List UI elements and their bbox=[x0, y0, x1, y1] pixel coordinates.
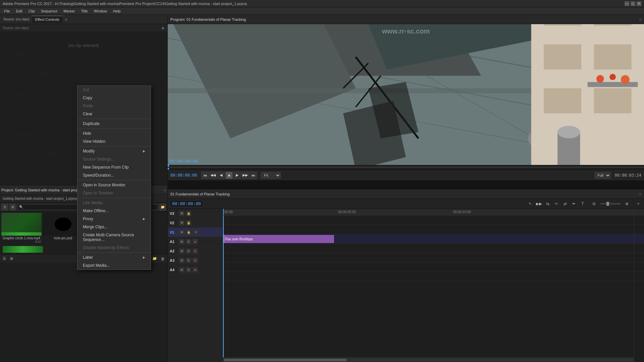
track-a1-solo-btn[interactable]: S bbox=[186, 239, 191, 244]
go-to-out-btn[interactable]: ⏭ bbox=[250, 172, 257, 179]
ctx-duplicate[interactable]: Duplicate bbox=[77, 120, 151, 128]
track-a2-solo-btn[interactable]: S bbox=[186, 248, 191, 254]
menu-marker[interactable]: Marker bbox=[61, 8, 77, 14]
timeline-tab-menu[interactable]: ≡ bbox=[639, 192, 641, 196]
ctx-hide[interactable]: Hide bbox=[77, 129, 151, 137]
ctx-cut[interactable]: Cut bbox=[77, 86, 151, 94]
program-timeline-slider[interactable] bbox=[168, 165, 644, 170]
menu-window[interactable]: Window bbox=[91, 8, 110, 14]
menu-edit[interactable]: Edit bbox=[13, 8, 25, 14]
ctx-open-timeline[interactable]: Open in Timeline bbox=[77, 189, 151, 197]
track-v3-visibility-btn[interactable]: 👁 bbox=[179, 211, 184, 216]
ctx-clear[interactable]: Clear bbox=[77, 110, 151, 118]
ctx-link-media[interactable]: Link Media... bbox=[77, 199, 151, 207]
track-a1-content[interactable] bbox=[223, 244, 634, 253]
track-a3-content[interactable] bbox=[223, 262, 634, 272]
menu-help[interactable]: Help bbox=[110, 8, 123, 14]
project-icon-view-btn[interactable]: ⊞ bbox=[9, 204, 16, 210]
track-v1-sync-btn[interactable]: S bbox=[193, 230, 199, 235]
clip-start-handle[interactable] bbox=[223, 235, 224, 243]
add-track-btn[interactable]: + bbox=[635, 200, 642, 207]
tab-effect-controls[interactable]: Effect Controls bbox=[32, 16, 63, 23]
close-button[interactable]: ✕ bbox=[637, 1, 641, 6]
track-v2-content[interactable] bbox=[223, 225, 634, 234]
ctx-modify[interactable]: Modify ▶ bbox=[77, 147, 151, 155]
menu-file[interactable]: File bbox=[1, 8, 13, 14]
ctx-source-settings[interactable]: Source Settings... bbox=[77, 155, 151, 163]
track-a1-mute-btn[interactable]: M bbox=[179, 239, 184, 244]
ctx-open-source-monitor[interactable]: Open in Source Monitor bbox=[77, 181, 151, 189]
stop-btn[interactable]: ■ bbox=[225, 172, 233, 179]
track-a1-record-btn[interactable]: ● bbox=[193, 239, 198, 244]
type-tool-btn[interactable]: T bbox=[579, 200, 586, 207]
zoom-in-btn[interactable]: ⊕ bbox=[623, 200, 631, 207]
tab-menu-icon[interactable]: ≡ bbox=[63, 16, 69, 23]
track-a2-content[interactable] bbox=[223, 253, 634, 262]
clip-graphic-circle[interactable]: Graphic circle 1.mov.mp4 8:22 bbox=[1, 213, 42, 243]
project-list-view-btn[interactable]: ☰ bbox=[1, 204, 8, 210]
play-back-btn[interactable]: ◀ bbox=[217, 172, 225, 179]
track-a2-mute-btn[interactable]: M bbox=[179, 248, 184, 254]
ctx-paste[interactable]: Paste bbox=[77, 102, 151, 110]
menu-clip[interactable]: Clip bbox=[26, 8, 38, 14]
program-tab-menu[interactable]: ≡ bbox=[639, 17, 641, 21]
track-v1-visibility-btn[interactable]: 👁 bbox=[179, 230, 184, 235]
track-a2-record-btn[interactable]: ● bbox=[193, 248, 198, 254]
project-tab-label[interactable]: Project: Getting Started with mocha - st… bbox=[1, 188, 87, 192]
tab-source[interactable]: Source: (no clips) bbox=[1, 16, 32, 22]
track-v3-lock-btn[interactable]: 🔒 bbox=[186, 211, 191, 216]
pen-tool-btn[interactable]: ✒ bbox=[570, 200, 578, 207]
project-icon-view-btn2[interactable]: ⊞ bbox=[9, 256, 14, 261]
track-v1-content[interactable]: Pan over Rooftops bbox=[223, 234, 634, 244]
timeline-scrollbar[interactable] bbox=[223, 357, 634, 362]
step-fwd-btn[interactable]: ▶▶ bbox=[241, 172, 249, 179]
menu-sequence[interactable]: Sequence bbox=[38, 8, 60, 14]
track-v3-content[interactable] bbox=[223, 216, 634, 225]
zoom-out-btn[interactable]: ⊖ bbox=[590, 200, 598, 207]
track-a3-solo-btn[interactable]: S bbox=[186, 258, 191, 263]
quality-select[interactable]: Full 1/2 1/4 bbox=[595, 172, 611, 179]
maximize-button[interactable]: □ bbox=[631, 1, 635, 6]
step-back-btn[interactable]: ◀◀ bbox=[209, 172, 217, 179]
play-btn[interactable]: ▶ bbox=[233, 172, 241, 179]
project-list-view-btn2[interactable]: ☰ bbox=[1, 256, 7, 261]
ctx-new-sequence[interactable]: New Sequence From Clip bbox=[77, 163, 151, 171]
track-v2-lock-btn[interactable]: 🔒 bbox=[186, 220, 191, 226]
menu-title[interactable]: Title bbox=[78, 8, 90, 14]
project-delete-btn[interactable]: 🗑 bbox=[160, 256, 166, 261]
ctx-speed-duration[interactable]: Speed/Duration... bbox=[77, 171, 151, 179]
minimize-button[interactable]: — bbox=[625, 1, 629, 6]
track-a3-record-btn[interactable]: ● bbox=[193, 258, 198, 263]
track-a4-content[interactable] bbox=[223, 272, 634, 281]
ctx-merge-clips[interactable]: Merge Clips... bbox=[77, 223, 151, 231]
razor-tool-btn[interactable]: ✂ bbox=[553, 200, 560, 207]
ctx-multicam[interactable]: Create Multi-Camera Source Sequence... bbox=[77, 231, 151, 244]
pan-over-rooftops-clip[interactable]: Pan over Rooftops bbox=[223, 235, 334, 243]
ripple-edit-btn[interactable]: ⇆ bbox=[544, 200, 551, 207]
track-v2-visibility-btn[interactable]: 👁 bbox=[179, 220, 184, 226]
track-a4-mute-btn[interactable]: M bbox=[179, 267, 184, 273]
ctx-proxy[interactable]: Proxy ▶ bbox=[77, 215, 151, 223]
track-a4-record-btn[interactable]: ● bbox=[193, 267, 198, 273]
track-a4-solo-btn[interactable]: S bbox=[186, 267, 191, 273]
track-select-btn[interactable]: ▶▶ bbox=[535, 200, 543, 207]
timeline-zoom-slider[interactable] bbox=[600, 203, 621, 204]
ctx-label[interactable]: Label ▶ bbox=[77, 253, 151, 261]
selection-tool-btn[interactable]: ↖ bbox=[527, 200, 534, 207]
ctx-copy[interactable]: Copy bbox=[77, 94, 151, 102]
track-v1-lock-btn[interactable]: 🔒 bbox=[186, 230, 191, 235]
ctx-disable-masterclip[interactable]: Disable Masterclip Effects bbox=[77, 244, 151, 252]
ctx-export-media[interactable]: Export Media... bbox=[77, 261, 151, 269]
project-new-bin-btn[interactable]: 📁 bbox=[159, 204, 166, 210]
project-tab-menu[interactable]: ≡ bbox=[164, 188, 166, 192]
go-to-in-btn[interactable]: ⏮ bbox=[201, 172, 209, 179]
track-a3-mute-btn[interactable]: M bbox=[179, 258, 184, 263]
ctx-make-offline[interactable]: Make Offline... bbox=[77, 207, 151, 215]
ctx-view-hidden[interactable]: View Hidden bbox=[77, 137, 151, 145]
svg-rect-21 bbox=[594, 24, 632, 25]
project-new-folder-btn[interactable]: 📁 bbox=[151, 256, 158, 261]
slip-tool-btn[interactable]: ⇄ bbox=[561, 200, 569, 207]
scrollbar-thumb[interactable] bbox=[224, 359, 346, 361]
timeline-timecode[interactable]: 00:00:00:00 bbox=[170, 200, 203, 207]
fit-select[interactable]: Fit 25% 50% 100% bbox=[261, 172, 281, 179]
